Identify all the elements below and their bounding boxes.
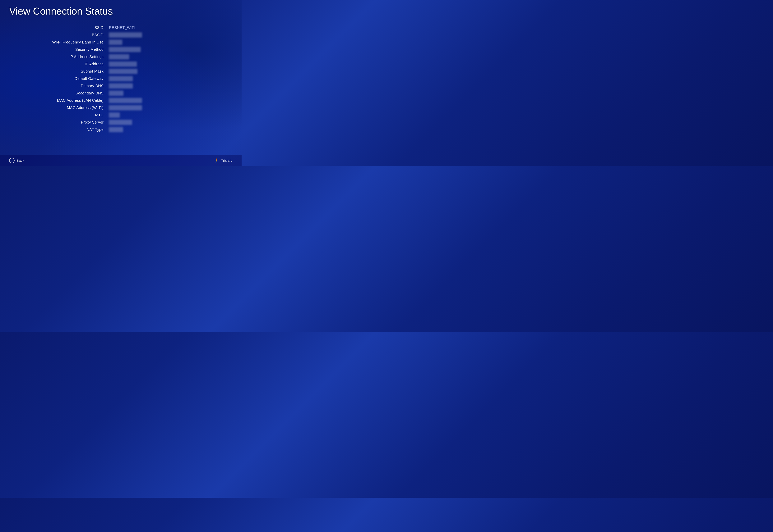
footer-right: 🚶 Tricia L — [214, 158, 232, 163]
footer: ✕ Back 🚶 Tricia L — [0, 155, 241, 166]
page: View Connection Status SSIDRESNET_WIFIBS… — [0, 0, 241, 166]
info-row-label: Proxy Server — [9, 120, 109, 125]
info-row-value: xx:xx:xx:xx:xx:xx — [109, 98, 232, 103]
info-table: SSIDRESNET_WIFIBSSIDxx:xx:xx:xx:xx:xxWi-… — [9, 24, 232, 133]
info-row-value: WPA2-PSK AES — [109, 47, 232, 52]
info-row-value: 1500 — [109, 112, 232, 118]
info-row: MAC Address (Wi-Fi)xx:xx:xx:xx:xx:xx — [9, 104, 232, 111]
info-row-value: 8.8.8.8 — [109, 91, 232, 96]
info-row-value: xx:xx:xx:xx:xx:xx — [109, 32, 232, 38]
info-row-label: MTU — [9, 113, 109, 117]
info-row-value: 255.255.255.0 — [109, 69, 232, 74]
info-row-label: NAT Type — [9, 127, 109, 132]
header: View Connection Status — [0, 0, 241, 20]
info-row-label: Subnet Mask — [9, 69, 109, 74]
info-row: Proxy ServerDo Not Use — [9, 119, 232, 126]
info-row-label: MAC Address (LAN Cable) — [9, 98, 109, 103]
info-row-label: SSID — [9, 25, 109, 30]
info-row: SSIDRESNET_WIFI — [9, 24, 232, 31]
info-row-value: Type 2 — [109, 127, 232, 132]
info-row-label: Primary DNS — [9, 84, 109, 88]
info-row: Security MethodWPA2-PSK AES — [9, 46, 232, 53]
info-row-value: 192.168.1.1 — [109, 83, 232, 89]
info-row: Secondary DNS8.8.8.8 — [9, 89, 232, 97]
content: SSIDRESNET_WIFIBSSIDxx:xx:xx:xx:xx:xxWi-… — [0, 20, 241, 155]
page-title: View Connection Status — [9, 5, 232, 17]
info-row-label: BSSID — [9, 33, 109, 37]
info-row-label: Wi-Fi Frequency Band In Use — [9, 40, 109, 44]
back-button[interactable]: ✕ Back — [9, 158, 24, 163]
circle-x-icon: ✕ — [9, 158, 15, 163]
info-row-label: Security Method — [9, 47, 109, 52]
info-row: MAC Address (LAN Cable)xx:xx:xx:xx:xx:xx — [9, 97, 232, 104]
info-row: Primary DNS192.168.1.1 — [9, 82, 232, 89]
back-label: Back — [16, 159, 24, 163]
info-row-value: Do Not Use — [109, 120, 232, 125]
info-row-value: Automatic — [109, 54, 232, 59]
user-icon: 🚶 — [214, 158, 219, 163]
info-row-label: Default Gateway — [9, 76, 109, 81]
info-row: Default Gateway192.168.1.1 — [9, 75, 232, 82]
info-row-value: 192.168.1.xxx — [109, 61, 232, 67]
info-row-label: IP Address Settings — [9, 55, 109, 59]
info-row: Wi-Fi Frequency Band In Use5 GHz — [9, 39, 232, 46]
info-row-label: Secondary DNS — [9, 91, 109, 95]
info-row-value: RESNET_WIFI — [109, 25, 232, 30]
info-row-label: MAC Address (Wi-Fi) — [9, 106, 109, 110]
info-row-value: 5 GHz — [109, 40, 232, 45]
info-row: NAT TypeType 2 — [9, 126, 232, 133]
info-row: IP Address192.168.1.xxx — [9, 60, 232, 68]
info-row: Subnet Mask255.255.255.0 — [9, 68, 232, 75]
info-row: MTU1500 — [9, 111, 232, 119]
footer-left: ✕ Back — [9, 158, 24, 163]
info-row-label: IP Address — [9, 62, 109, 66]
info-row: BSSIDxx:xx:xx:xx:xx:xx — [9, 31, 232, 39]
info-row-value: xx:xx:xx:xx:xx:xx — [109, 105, 232, 110]
user-name: Tricia L — [221, 159, 232, 163]
info-row-value: 192.168.1.1 — [109, 76, 232, 81]
info-row: IP Address SettingsAutomatic — [9, 53, 232, 60]
